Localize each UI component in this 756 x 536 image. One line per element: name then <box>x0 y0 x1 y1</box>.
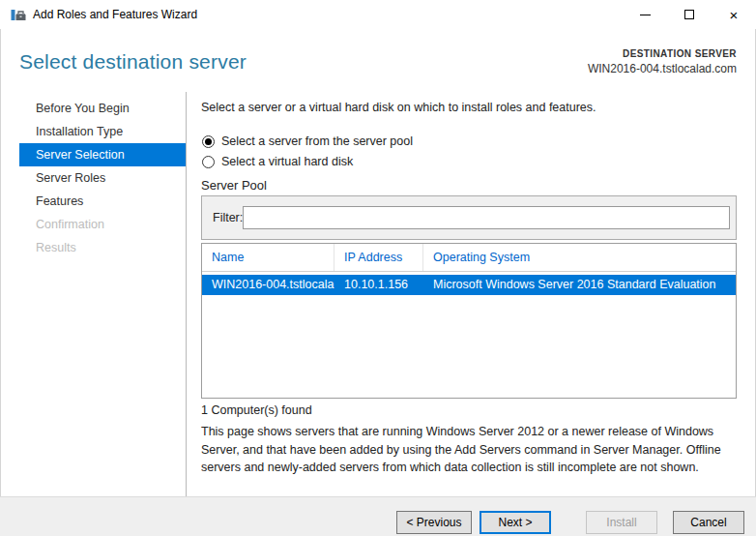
filter-input[interactable] <box>243 206 730 229</box>
footer-button-bar: < Previous Next > Install Cancel <box>0 496 756 536</box>
close-button[interactable]: × <box>712 0 756 29</box>
radio-label: Select a server from the server pool <box>221 134 413 148</box>
cell-ip-address: 10.10.1.156 <box>334 275 423 295</box>
cell-operating-system: Microsoft Windows Server 2016 Standard E… <box>423 275 736 295</box>
title-bar: Add Roles and Features Wizard × <box>0 0 756 29</box>
wizard-toolbox-icon <box>11 7 26 22</box>
radio-unselected-icon <box>202 156 215 168</box>
radio-select-virtual-hard-disk[interactable]: Select a virtual hard disk <box>202 153 353 170</box>
sidebar-item-results: Results <box>19 236 186 259</box>
server-pool-table: Name IP Address Operating System WIN2016… <box>201 243 737 399</box>
window-title: Add Roles and Features Wizard <box>33 0 197 29</box>
sidebar-item-confirmation: Confirmation <box>19 213 186 236</box>
sidebar-item-server-selection[interactable]: Server Selection <box>19 143 186 166</box>
table-header-row: Name IP Address Operating System <box>202 244 736 272</box>
filter-group-box: Filter: <box>201 195 737 240</box>
cell-server-name: WIN2016-004.tstlocalad.... <box>202 275 334 295</box>
install-button: Install <box>586 511 657 534</box>
column-header-operating-system[interactable]: Operating System <box>423 244 736 271</box>
next-button[interactable]: Next > <box>480 511 551 534</box>
sidebar-item-server-roles[interactable]: Server Roles <box>19 166 186 190</box>
column-header-ip-address[interactable]: IP Address <box>334 244 423 271</box>
table-row-selected-server[interactable]: WIN2016-004.tstlocalad.... 10.10.1.156 M… <box>202 275 736 295</box>
minimize-button[interactable] <box>623 0 667 29</box>
previous-button[interactable]: < Previous <box>396 511 472 534</box>
close-icon: × <box>730 8 739 22</box>
cancel-button[interactable]: Cancel <box>673 511 744 534</box>
maximize-icon <box>684 10 694 19</box>
computers-found-count: 1 Computer(s) found <box>201 403 312 417</box>
page-title: Select destination server <box>19 50 247 74</box>
filter-label: Filter: <box>213 196 243 239</box>
minimize-icon <box>640 15 651 15</box>
destination-server-name: WIN2016-004.tstlocalad.com <box>588 62 737 75</box>
radio-select-server-from-pool[interactable]: Select a server from the server pool <box>202 133 413 150</box>
sidebar-item-before-you-begin[interactable]: Before You Begin <box>19 97 186 120</box>
sidebar-item-features[interactable]: Features <box>19 190 186 213</box>
radio-selected-icon <box>202 135 215 148</box>
add-roles-features-wizard-window: { "window": { "title": "Add Roles and Fe… <box>0 0 756 536</box>
column-header-name[interactable]: Name <box>202 244 334 271</box>
maximize-button[interactable] <box>667 0 712 29</box>
page-description: This page shows servers that are running… <box>201 423 742 477</box>
destination-server-label: DESTINATION SERVER <box>588 48 737 59</box>
intro-text: Select a server or a virtual hard disk o… <box>201 101 739 114</box>
wizard-steps-sidebar: Before You Begin Installation Type Serve… <box>0 97 186 259</box>
sidebar-divider <box>186 92 187 496</box>
server-pool-label: Server Pool <box>201 178 267 193</box>
destination-server-block: DESTINATION SERVER WIN2016-004.tstlocala… <box>588 48 737 75</box>
radio-label: Select a virtual hard disk <box>221 155 353 168</box>
sidebar-item-installation-type[interactable]: Installation Type <box>19 120 186 143</box>
